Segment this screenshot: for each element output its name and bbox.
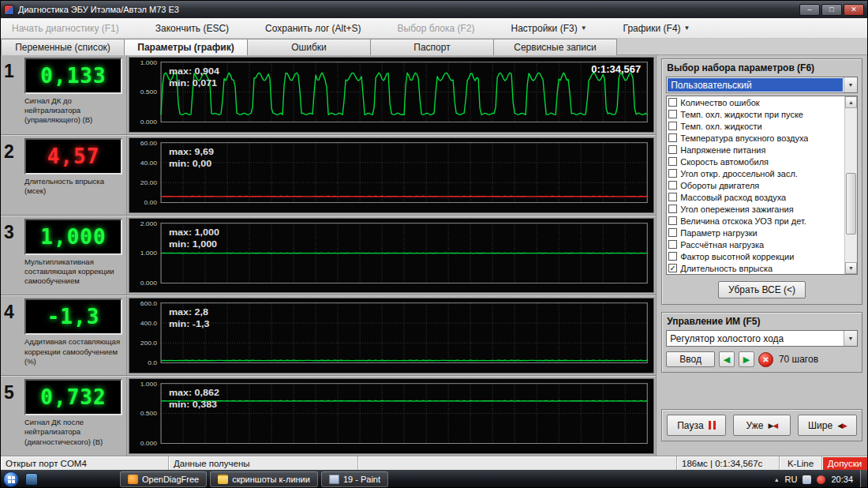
svg-text:min: 0,071: min: 0,071 bbox=[169, 77, 217, 88]
param-row: 24,57Длительность впрыска (мсек)60.0040.… bbox=[1, 136, 656, 216]
taskbar-button-label: OpenDiagFree bbox=[142, 475, 199, 484]
checkbox-item[interactable]: Обороты двигателя bbox=[667, 179, 844, 191]
scrollbar-track[interactable] bbox=[845, 108, 857, 262]
checkbox-label: Скорость автомобиля bbox=[680, 157, 769, 167]
checkbox-item[interactable]: Темп. охл. жидкости при пуске bbox=[667, 108, 844, 120]
tray-notification-icon[interactable] bbox=[817, 475, 825, 484]
system-tray: ▲ RU 20:34 bbox=[774, 470, 867, 488]
show-desktop-button[interactable] bbox=[860, 470, 867, 488]
status-kline: K-Line bbox=[780, 456, 822, 470]
combo-arrow-icon[interactable]: ▼ bbox=[844, 331, 857, 346]
parameter-graph: 60.0040.0020.000.00max: 9,69min: 0,00 bbox=[129, 137, 654, 213]
checkbox bbox=[668, 133, 677, 142]
pause-button[interactable]: Пауза bbox=[667, 415, 725, 436]
svg-text:max: 0,904: max: 0,904 bbox=[169, 66, 219, 77]
status-port: Открыт порт COM4 bbox=[1, 456, 169, 470]
checkbox-label: Темп. охл. жидкости bbox=[680, 122, 762, 131]
graph-canvas: 600.0400.0200.00.0max: 2,8min: -1,3 bbox=[129, 298, 653, 373]
maximize-button[interactable]: □ bbox=[821, 4, 842, 16]
menu-settings[interactable]: Настройки (F3)▼ bbox=[511, 23, 586, 34]
checkbox-item[interactable]: Угол опережения зажигания bbox=[667, 203, 844, 215]
menu-finish[interactable]: Закончить (ESC) bbox=[155, 23, 229, 34]
stop-button[interactable]: ✕ bbox=[758, 352, 773, 367]
param-row: 31,000Мультипликативная составляющая кор… bbox=[1, 216, 656, 297]
tab-variables-list[interactable]: Переменные (список) bbox=[1, 39, 125, 55]
checkbox bbox=[668, 122, 677, 130]
tab-service-records[interactable]: Сервисные записи bbox=[493, 39, 617, 55]
svg-text:40.00: 40.00 bbox=[140, 160, 158, 167]
tolerances-button[interactable]: Допуски bbox=[822, 456, 867, 470]
checkbox-item[interactable]: Фактор высотной коррекции bbox=[667, 250, 844, 262]
checkbox bbox=[668, 205, 677, 213]
svg-text:600.0: 600.0 bbox=[140, 300, 158, 307]
svg-text:0.000: 0.000 bbox=[140, 119, 158, 126]
taskbar-button-label: 19 - Paint bbox=[343, 475, 380, 484]
taskbar-button[interactable]: 19 - Paint bbox=[321, 471, 388, 487]
scroll-down-icon[interactable]: ▼ bbox=[845, 262, 857, 274]
svg-text:20.00: 20.00 bbox=[140, 179, 158, 186]
tab-parameters-graph[interactable]: Параметры (график) bbox=[124, 39, 248, 55]
taskbar-button[interactable]: скриншоты к-линии bbox=[210, 471, 318, 487]
checkbox-item[interactable]: Параметр нагрузки bbox=[667, 227, 844, 238]
zoom-out-time-button[interactable]: Шире ◀▶ bbox=[798, 415, 857, 436]
checkbox bbox=[668, 181, 677, 190]
step-left-button[interactable]: ◀ bbox=[719, 351, 735, 367]
close-button[interactable]: ✕ bbox=[844, 4, 864, 16]
graph-canvas: 1.0000.5000.000max: 0,862min: 0,383 bbox=[129, 379, 653, 453]
tab-errors[interactable]: Ошибки bbox=[247, 39, 371, 55]
minimize-button[interactable]: – bbox=[799, 4, 820, 16]
steps-label: 70 шагов bbox=[779, 354, 818, 365]
menu-save-log[interactable]: Сохранить лог (Alt+S) bbox=[265, 23, 361, 34]
checkbox: ✓ bbox=[668, 264, 677, 272]
actuator-combobox[interactable]: Регулятор холостого хода ▼ bbox=[666, 330, 858, 347]
svg-text:1.000: 1.000 bbox=[140, 381, 158, 388]
zoom-in-time-button[interactable]: Уже ▶◀ bbox=[733, 415, 791, 436]
param-info: 24,57Длительность впрыска (мсек) bbox=[1, 136, 127, 215]
clock[interactable]: 20:34 bbox=[831, 475, 853, 484]
step-right-button[interactable]: ▶ bbox=[739, 351, 754, 367]
actuator-controls: Ввод ◀ ▶ ✕ 70 шагов bbox=[666, 351, 858, 367]
start-button[interactable] bbox=[3, 471, 19, 487]
preset-combobox[interactable]: Пользовательский ▼ bbox=[666, 77, 858, 93]
actuator-control-group: Управление ИМ (F5) Регулятор холостого х… bbox=[661, 312, 862, 373]
checkbox-item[interactable]: ✓Длительность впрыска bbox=[667, 262, 844, 274]
scroll-up-icon[interactable]: ▲ bbox=[845, 96, 857, 108]
scrollbar-thumb[interactable] bbox=[846, 173, 856, 235]
param-set-title: Выбор набора параметров (F6) bbox=[667, 62, 858, 73]
checkbox-item[interactable]: Количество ошибок bbox=[667, 96, 844, 108]
param-number: 1 bbox=[4, 58, 23, 94]
checkbox-item[interactable]: Рассчётная нагрузка bbox=[667, 238, 844, 250]
checkbox bbox=[668, 252, 677, 261]
checkbox-item[interactable]: Скорость автомобиля bbox=[667, 156, 844, 167]
graph-canvas: 2.0001.0000.000max: 1,000min: 1,000 bbox=[129, 219, 653, 293]
menu-start-diagnostics[interactable]: Начать диагностику (F1) bbox=[12, 23, 119, 34]
taskbar-button[interactable]: OpenDiagFree bbox=[120, 471, 207, 487]
param-value-display: -1,3 bbox=[24, 298, 122, 335]
checkbox-item[interactable]: Температура впускного воздуха bbox=[667, 132, 844, 144]
menu-block-select[interactable]: Выбор блока (F2) bbox=[398, 23, 475, 34]
param-info: 50,732Сигнал ДК после нейтрализатора (ди… bbox=[1, 377, 127, 456]
menu-graphs[interactable]: Графики (F4)▼ bbox=[623, 23, 690, 34]
checkbox-item[interactable]: Напряжение питания bbox=[667, 144, 844, 156]
actuator-value: Регулятор холостого хода bbox=[667, 331, 844, 346]
pinned-app-icon[interactable] bbox=[25, 473, 38, 486]
clear-all-button[interactable]: Убрать ВСЕ (<) bbox=[718, 281, 806, 298]
actuator-control-title: Управление ИМ (F5) bbox=[667, 316, 858, 327]
window-title: Диагностика ЭБУ Итэлма/Автэл М73 Е3 bbox=[18, 5, 179, 14]
param-number: 3 bbox=[4, 219, 23, 255]
parameter-checkbox-list: Количество ошибокТемп. охл. жидкости при… bbox=[667, 96, 844, 274]
language-indicator[interactable]: RU bbox=[785, 475, 798, 484]
tab-passport[interactable]: Паспорт bbox=[370, 39, 494, 55]
param-value-display: 4,57 bbox=[24, 138, 122, 175]
narrow-button-label: Уже bbox=[746, 420, 763, 431]
checkbox-item[interactable]: Массовый расход воздуха bbox=[667, 191, 844, 203]
checkbox-item[interactable]: Темп. охл. жидкости bbox=[667, 120, 844, 132]
parameter-graph: 1.0000.5000.000max: 0,904min: 0,0710:1:3… bbox=[129, 57, 654, 133]
chevron-up-icon[interactable]: ▲ bbox=[774, 477, 780, 482]
enter-button[interactable]: Ввод bbox=[666, 351, 715, 367]
checkbox-item[interactable]: Величина отскока УОЗ при дет. bbox=[667, 215, 844, 227]
checkbox-item[interactable]: Угол откр. дроссельной засл. bbox=[667, 167, 844, 179]
list-scrollbar[interactable]: ▲ ▼ bbox=[844, 96, 857, 274]
combo-arrow-icon[interactable]: ▼ bbox=[844, 77, 857, 92]
tray-icon[interactable] bbox=[803, 475, 811, 484]
